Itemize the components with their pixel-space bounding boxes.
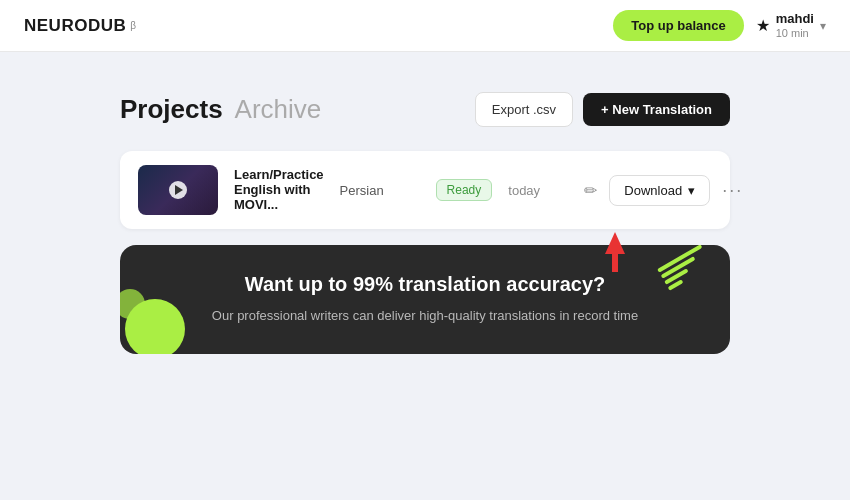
promo-title: Want up to 99% translation accuracy? xyxy=(160,273,690,296)
project-card: Learn/Practice English with MOVI... Pers… xyxy=(120,151,730,229)
page-title-group: Projects Archive xyxy=(120,94,321,125)
play-triangle xyxy=(175,185,183,195)
header-right: Top up balance ★ mahdi 10 min ▾ xyxy=(613,10,826,41)
top-up-button[interactable]: Top up balance xyxy=(613,10,743,41)
project-info: Learn/Practice English with MOVI... xyxy=(234,167,324,214)
project-name: Learn/Practice English with MOVI... xyxy=(234,167,324,212)
page-title: Projects xyxy=(120,94,223,125)
header: NEURODUBβ Top up balance ★ mahdi 10 min … xyxy=(0,0,850,52)
arrow-up xyxy=(605,232,625,254)
promo-banner: Want up to 99% translation accuracy? Our… xyxy=(120,245,730,354)
export-button[interactable]: Export .csv xyxy=(475,92,573,127)
project-language: Persian xyxy=(340,183,420,198)
star-icon: ★ xyxy=(756,16,770,35)
more-options-button[interactable]: ··· xyxy=(722,180,743,201)
project-actions: ✏ Download ▾ ··· xyxy=(584,175,743,206)
thumb-bg xyxy=(138,165,218,215)
archive-label: Archive xyxy=(235,94,322,125)
chevron-down-icon: ▾ xyxy=(820,19,826,33)
arrow-shaft xyxy=(612,254,618,272)
main-content: Projects Archive Export .csv + New Trans… xyxy=(0,52,850,394)
logo-text: NEURODUB xyxy=(24,16,126,36)
user-name: mahdi xyxy=(776,11,814,27)
user-details: mahdi 10 min xyxy=(776,11,814,40)
promo-subtitle: Our professional writers can deliver hig… xyxy=(160,306,690,326)
deco-right xyxy=(660,255,710,280)
chevron-down-icon: ▾ xyxy=(688,183,695,198)
page-title-row: Projects Archive Export .csv + New Trans… xyxy=(120,92,730,127)
new-translation-button[interactable]: + New Translation xyxy=(583,93,730,126)
user-credits: 10 min xyxy=(776,27,814,40)
deco-circle xyxy=(125,299,185,354)
arrow-indicator xyxy=(605,232,625,272)
status-badge: Ready xyxy=(436,179,493,201)
play-icon xyxy=(169,181,187,199)
logo: NEURODUBβ xyxy=(24,16,137,36)
project-date: today xyxy=(508,183,568,198)
download-label: Download xyxy=(624,183,682,198)
download-button[interactable]: Download ▾ xyxy=(609,175,710,206)
header-actions: Export .csv + New Translation xyxy=(475,92,730,127)
edit-icon[interactable]: ✏ xyxy=(584,181,597,200)
deco-left xyxy=(120,284,190,354)
user-menu[interactable]: ★ mahdi 10 min ▾ xyxy=(756,11,826,40)
project-thumbnail xyxy=(138,165,218,215)
logo-beta: β xyxy=(130,20,136,31)
